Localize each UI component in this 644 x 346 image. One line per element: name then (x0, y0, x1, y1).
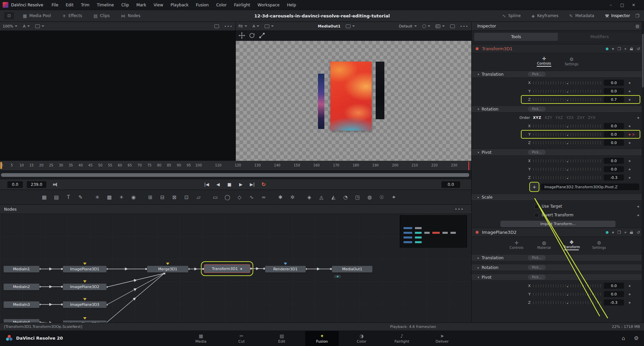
shape-3d-tool-icon[interactable]: ◬ (316, 192, 327, 202)
minimize-button[interactable]: – (605, 3, 616, 7)
section-header-pivot[interactable]: ▾PivotPick... (472, 274, 644, 281)
param-slider[interactable] (533, 176, 601, 179)
pin-icon[interactable]: ⌖ (624, 47, 627, 51)
layout-panel-icon[interactable]: ❐ (635, 13, 639, 18)
page-cut[interactable]: ✂Cut (225, 331, 258, 346)
node-imageplane3d1[interactable]: ImagePlane3D1 (63, 266, 107, 273)
param-slider[interactable] (533, 90, 601, 93)
tab-settings[interactable]: ⚙Settings (590, 240, 608, 250)
chevron-down-icon[interactable]: ▾ (478, 276, 482, 279)
param-value-field[interactable]: 0.0 (604, 283, 624, 289)
param-value-field[interactable]: 0.0 (604, 80, 624, 86)
viewer-canvas[interactable] (236, 41, 471, 161)
keyframe-diamond[interactable]: ◆ (629, 133, 631, 136)
background-tool-icon[interactable]: ▦ (39, 192, 50, 202)
chevron-right-icon[interactable]: ▸ (478, 256, 482, 260)
page-media[interactable]: ▦Media (184, 331, 218, 346)
add-modifier-button[interactable]: + (531, 183, 538, 191)
keyframe-diamond[interactable]: ◆ (629, 284, 631, 287)
page-fusion[interactable]: ✦Fusion (305, 331, 339, 346)
param-value-field[interactable]: 0.0 (604, 158, 624, 164)
keyframe-diamond[interactable]: ◆ (629, 90, 631, 93)
param-slider[interactable] (533, 125, 601, 128)
param-slider[interactable] (533, 141, 601, 144)
blur-tool-icon[interactable]: ◉ (128, 192, 139, 202)
fast-noise-tool-icon[interactable]: ✳ (92, 192, 103, 202)
inspector-tab-modifiers[interactable]: Modifiers (558, 33, 641, 41)
param-slider[interactable] (533, 293, 601, 296)
pick-button[interactable]: Pick... (528, 275, 546, 280)
expression-field[interactable]: ImagePlane3D2.Transform3DOp.Pivot.Z (541, 184, 639, 190)
sphere-3d-tool-icon[interactable]: ◍ (364, 192, 375, 202)
viewer-options-button[interactable]: ••• (222, 22, 235, 31)
current-frame-field[interactable]: 0.0 (7, 181, 23, 188)
node-imageplane3d3[interactable]: ImagePlane3D3 (63, 301, 107, 308)
order-option-yxz[interactable]: YXZ (555, 116, 563, 120)
section-header-rotation[interactable]: ▾RotationPick... (472, 106, 644, 113)
app-icon[interactable] (3, 2, 8, 8)
checker-underlay-tool-icon[interactable]: ▩ (104, 192, 115, 202)
right-viewer[interactable] (236, 31, 471, 161)
page-deliver[interactable]: ➤Deliver (425, 331, 459, 346)
camera-3d-tool-icon[interactable]: ◔ (340, 192, 351, 202)
view-mode-dropdown[interactable] (33, 22, 47, 31)
toolbar-inspector-button[interactable]: ⚒Inspector (605, 13, 630, 18)
node-imageplane3d2[interactable]: ImagePlane3D2 (63, 283, 107, 290)
viewer-options-button[interactable]: ••• (458, 22, 471, 31)
nodes-panel-menu-icon[interactable]: ••• (455, 207, 464, 212)
param-value-field[interactable]: 0.0 (604, 291, 624, 297)
menu-file[interactable]: File (48, 0, 62, 10)
node-merge3d1[interactable]: Merge3D1 (147, 266, 189, 273)
image-plane-3d-tool-icon[interactable]: ◈ (304, 192, 315, 202)
reset-icon[interactable]: ↺ (637, 47, 640, 51)
lock-icon[interactable] (630, 231, 633, 234)
globe-dropdown[interactable] (420, 22, 433, 31)
close-button[interactable]: ✕ (628, 3, 639, 7)
menu-edit[interactable]: Edit (62, 0, 77, 10)
order-option-zyx[interactable]: ZYX (588, 116, 595, 120)
toolbar-metadata-button[interactable]: ✎Metadata (569, 13, 594, 18)
goto-start-button[interactable]: |◀ (203, 182, 210, 187)
channel-dropdown[interactable]: A (250, 22, 262, 31)
particle-emitter-tool-icon[interactable]: ✱ (275, 192, 286, 202)
single-view-button[interactable] (212, 22, 222, 31)
home-icon[interactable]: ⌂ (622, 335, 625, 341)
invert-transform-checkbox[interactable] (534, 213, 539, 217)
keyframe-diamond[interactable]: ◆ (629, 301, 631, 304)
tab-controls[interactable]: ✛Controls (507, 240, 526, 250)
page-color[interactable]: ◑Color (345, 331, 378, 346)
menu-workspace[interactable]: Workspace (254, 0, 283, 10)
corner-position-tool-icon[interactable]: ⊞ (145, 192, 156, 202)
view-mode-dropdown[interactable] (262, 22, 276, 31)
channel-dropdown[interactable]: A (20, 22, 33, 31)
use-target-checkbox[interactable] (534, 204, 539, 209)
renderer-3d-tool-icon[interactable]: ✦ (388, 192, 399, 202)
import-transform-button[interactable]: Import Transform... (500, 221, 615, 227)
menu-color[interactable]: Color (212, 0, 230, 10)
order-option-xyz[interactable]: XYZ (533, 116, 541, 120)
pick-button[interactable]: Pick... (528, 107, 546, 112)
lock-icon[interactable] (630, 47, 633, 50)
toolbar-spline-button[interactable]: ∿Spline (502, 13, 521, 18)
left-viewer[interactable] (0, 31, 236, 161)
keyframe-diamond[interactable]: ◆ (629, 176, 631, 179)
chevron-down-icon[interactable]: ▾ (478, 108, 482, 111)
tab-material[interactable]: ◍Material (535, 240, 553, 250)
viewer-lut-button[interactable] (343, 22, 358, 31)
pick-button[interactable]: Pick... (528, 72, 546, 77)
node-renderer3d1[interactable]: Renderer3D1 (265, 266, 306, 273)
param-value-field[interactable]: 0.0 (604, 123, 624, 129)
next-keyframe-arrow[interactable]: > (632, 133, 635, 136)
app-menu-label[interactable]: DaVinci Resolve (11, 3, 43, 7)
loader-tool-icon[interactable]: ▤ (51, 192, 62, 202)
keyframe-diamond[interactable]: ◆ (629, 81, 631, 84)
menu-help[interactable]: Help (283, 0, 300, 10)
page-fairlight[interactable]: ♪Fairlight (385, 331, 419, 346)
menu-fusion[interactable]: Fusion (192, 0, 212, 10)
node-connection[interactable] (105, 273, 164, 323)
polygon-mask-tool-icon[interactable]: ◇ (234, 192, 245, 202)
keyframe-diamond[interactable]: ◆ (629, 293, 631, 296)
ellipse-mask-tool-icon[interactable]: ◯ (222, 192, 233, 202)
toolbar-media-pool-button[interactable]: ▦Media Pool (23, 13, 51, 18)
menu-clip[interactable]: Clip (118, 0, 133, 10)
